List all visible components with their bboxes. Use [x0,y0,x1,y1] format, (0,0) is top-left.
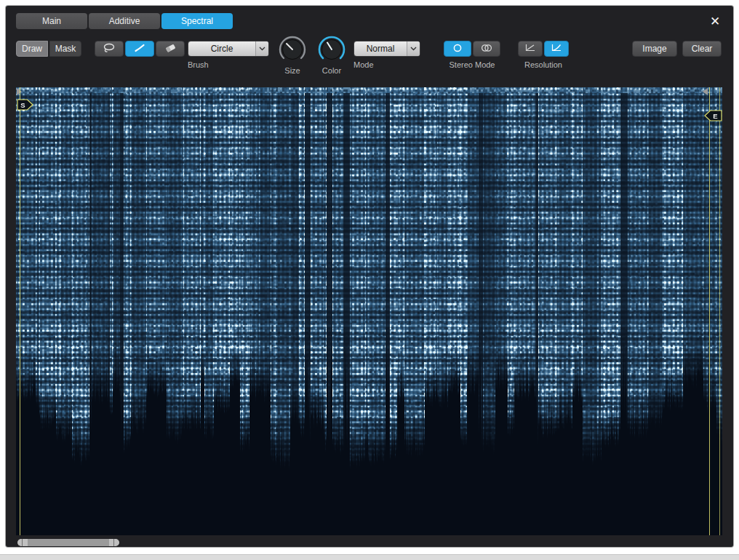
size-knob[interactable] [279,36,306,66]
page-bottom-strip [0,554,739,560]
stereo-mode-label: Stereo Mode [450,60,495,69]
resolution-log-button[interactable] [544,41,569,57]
scrollbar-zoom-handle-right[interactable] [109,539,119,546]
start-marker-letter: S [20,101,25,109]
chevron-down-icon [255,41,268,56]
end-marker-letter: E [713,112,717,120]
alchemy-spectral-window: Main Additive Spectral ✕ Draw Mask [6,6,733,547]
end-marker-flag[interactable]: E [703,110,722,124]
stereo-mode-stereo-button[interactable] [473,41,500,57]
start-marker-line[interactable] [20,87,20,535]
resolution-label: Resolution [524,60,562,69]
mode-label: Mode [353,60,420,69]
size-label: Size [284,66,300,75]
lasso-tool-button[interactable] [95,41,124,57]
spectrogram-canvas[interactable] [16,87,722,535]
end-boundary-line[interactable] [719,87,720,535]
scrollbar-thumb[interactable] [28,539,109,546]
horizontal-scrollbar[interactable] [17,539,119,546]
tab-main[interactable]: Main [16,13,87,29]
mono-circle-icon [451,43,464,55]
mask-mode-button[interactable]: Mask [49,41,81,57]
close-icon: ✕ [710,14,720,29]
tab-additive[interactable]: Additive [89,13,160,29]
resolution-linear-button[interactable] [518,41,543,57]
stereo-circles-icon [480,43,493,55]
chevron-down-icon [407,41,420,56]
close-button[interactable]: ✕ [706,12,724,31]
clear-button[interactable]: Clear [682,41,722,57]
linear-graph-icon [524,43,536,55]
view-tabs: Main Additive Spectral [16,13,233,29]
brush-label: Brush [188,60,269,69]
brush-stroke-icon [133,43,146,55]
curve-graph-icon [551,43,562,55]
draw-tool-button[interactable] [125,41,154,57]
draw-mode-button[interactable]: Draw [16,41,48,57]
eraser-icon [164,43,177,55]
eraser-tool-button[interactable] [156,41,185,57]
scrollbar-zoom-handle-left[interactable] [17,539,28,546]
lasso-icon [102,42,116,55]
tab-spectral[interactable]: Spectral [161,13,233,29]
paint-mode-select[interactable]: Normal [353,41,420,57]
brush-shape-value: Circle [188,41,255,56]
stereo-mode-mono-button[interactable] [444,41,471,57]
paint-mode-value: Normal [354,41,407,56]
color-label: Color [322,66,341,75]
end-marker-line[interactable] [709,87,710,535]
color-knob[interactable] [318,36,345,66]
image-button[interactable]: Image [632,41,677,57]
spectral-editor: S E [16,87,722,535]
start-marker-flag[interactable]: S [17,99,33,113]
brush-shape-select[interactable]: Circle [188,41,269,57]
loop-end-triangle-icon[interactable] [703,88,708,95]
